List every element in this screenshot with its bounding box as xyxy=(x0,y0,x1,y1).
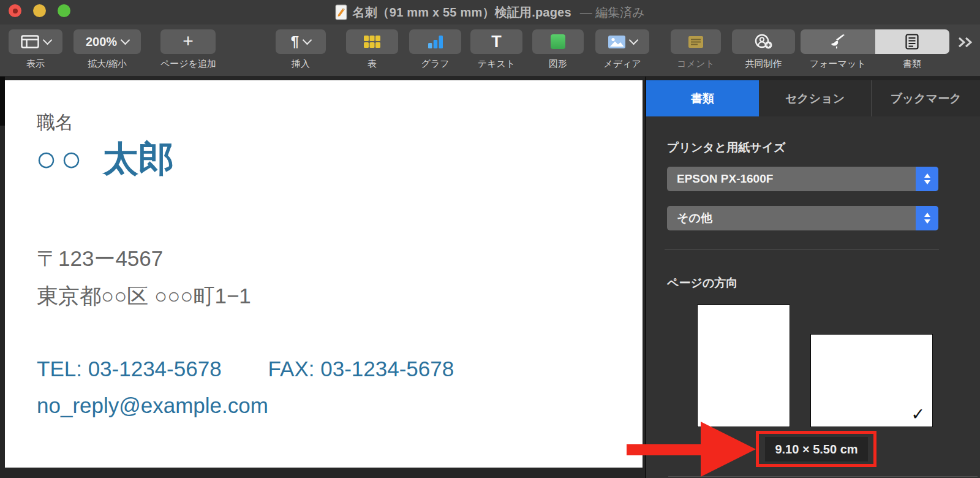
selected-check-icon: ✓ xyxy=(911,404,925,424)
add-page-label: ページを追加 xyxy=(160,58,216,70)
chevron-down-icon xyxy=(303,36,312,45)
landscape-orientation-option[interactable]: ✓ xyxy=(810,334,933,427)
toolbar-item-inspector-segments: フォーマット 書類 xyxy=(801,29,949,70)
toolbar-item-media: メディア xyxy=(595,29,649,70)
close-button[interactable] xyxy=(9,4,21,17)
tel-text: TEL: 03-1234-5678 xyxy=(37,357,222,381)
minimize-button[interactable] xyxy=(33,4,46,17)
add-page-button[interactable]: + xyxy=(160,29,216,54)
printer-select[interactable]: EPSON PX-1600F xyxy=(667,167,938,191)
page-postal-code-text[interactable]: 〒123ー4567 xyxy=(37,247,163,271)
document-inspector-panel: 書類 セクション ブックマーク プリンタと用紙サイズ EPSON PX-1600… xyxy=(645,77,980,478)
media-photo-icon xyxy=(608,36,625,48)
chevron-down-icon xyxy=(42,36,52,45)
select-stepper-icon xyxy=(916,167,938,191)
zoom-level-button[interactable]: 200% xyxy=(74,29,141,54)
toolbar-item-comment: コメント xyxy=(671,29,721,70)
select-stepper-icon xyxy=(916,206,938,230)
document-panel-button[interactable] xyxy=(875,29,950,54)
toolbar-item-table: 表 xyxy=(346,29,398,70)
document-panel-icon xyxy=(905,34,919,50)
zoom-window-button[interactable] xyxy=(58,4,70,17)
printer-select-value: EPSON PX-1600F xyxy=(677,172,916,186)
toolbar-item-collaborate: 共同制作 xyxy=(732,29,795,70)
page-tel-fax-text[interactable]: TEL: 03-1234-5678FAX: 03-1234-5678 xyxy=(37,357,454,381)
name-main-text: 太郎 xyxy=(103,138,174,178)
chevron-down-icon xyxy=(628,36,638,45)
paper-size-select[interactable]: その他 xyxy=(667,206,938,230)
view-layout-icon xyxy=(21,35,39,48)
format-button[interactable] xyxy=(801,29,875,54)
toolbar-item-chart: グラフ xyxy=(409,29,461,70)
page-size-label: 9.10 × 5.50 cm xyxy=(765,437,868,461)
double-chevron-right-icon xyxy=(957,37,974,48)
plus-icon: + xyxy=(183,32,194,50)
toolbar-item-insert: ¶ 挿入 xyxy=(276,29,326,70)
chart-label: グラフ xyxy=(409,58,461,70)
inspector-tabs: 書類 セクション ブックマーク xyxy=(646,80,980,116)
pilcrow-icon: ¶ xyxy=(291,34,299,49)
window-edited-status: — 編集済み xyxy=(580,4,645,21)
insert-label: 挿入 xyxy=(276,58,326,70)
media-button[interactable] xyxy=(595,29,649,54)
media-label: メディア xyxy=(595,58,649,70)
chart-button[interactable] xyxy=(409,29,461,54)
shape-label: 図形 xyxy=(532,58,584,70)
main-area: 職名 ○○太郎 〒123ー4567 東京都○○区 ○○○町1−1 TEL: 03… xyxy=(0,77,980,478)
toolbar-item-text: T テキスト xyxy=(470,29,522,70)
window-title: 名刺（91 mm x 55 mm）検証用.pages xyxy=(352,4,571,21)
collaborate-person-icon xyxy=(755,34,773,50)
portrait-orientation-option[interactable] xyxy=(697,305,790,427)
tab-document[interactable]: 書類 xyxy=(646,80,759,116)
annotation-red-arrow-shaft xyxy=(627,444,701,455)
insert-button[interactable]: ¶ xyxy=(276,29,326,54)
table-label: 表 xyxy=(346,58,398,70)
tab-section[interactable]: セクション xyxy=(759,80,872,116)
shape-square-icon xyxy=(551,34,565,49)
tab-bookmark[interactable]: ブックマーク xyxy=(872,80,980,116)
toolbar: 表示 200% 拡大/縮小 + ページを追加 ¶ 挿入 xyxy=(0,25,980,77)
table-icon xyxy=(364,36,380,48)
shape-button[interactable] xyxy=(532,29,584,54)
fax-text: FAX: 03-1234-5678 xyxy=(268,357,454,381)
page-job-title-text[interactable]: 職名 xyxy=(37,112,74,132)
text-t-icon: T xyxy=(491,34,502,50)
page-email-text[interactable]: no_reply@example.com xyxy=(37,394,268,418)
section-divider xyxy=(665,249,939,250)
comment-button[interactable] xyxy=(671,29,721,54)
format-label: フォーマット xyxy=(801,58,875,70)
document-file-icon xyxy=(335,4,347,20)
annotation-red-arrow-head xyxy=(701,422,756,477)
toolbar-item-shape: 図形 xyxy=(532,29,584,70)
document-canvas[interactable]: 職名 ○○太郎 〒123ー4567 東京都○○区 ○○○町1−1 TEL: 03… xyxy=(0,77,645,478)
text-button[interactable]: T xyxy=(470,29,522,54)
comment-label: コメント xyxy=(671,58,721,70)
collaborate-button[interactable] xyxy=(732,29,795,54)
printer-section-label: プリンタと用紙サイズ xyxy=(667,140,786,156)
zoom-label: 拡大/縮小 xyxy=(74,58,141,70)
traffic-lights xyxy=(9,4,70,17)
comment-note-icon xyxy=(688,36,703,48)
canvas-corner-notch xyxy=(0,77,5,126)
toolbar-overflow-button[interactable] xyxy=(957,37,974,48)
zoom-value: 200% xyxy=(86,35,117,49)
chevron-down-icon xyxy=(121,36,130,45)
toolbar-item-add-page: + ページを追加 xyxy=(160,29,216,70)
window-titlebar: 名刺（91 mm x 55 mm）検証用.pages — 編集済み xyxy=(0,0,980,25)
name-placeholder-circles: ○○ xyxy=(36,138,86,178)
document-panel-label: 書類 xyxy=(875,58,950,70)
collaborate-label: 共同制作 xyxy=(732,58,795,70)
format-brush-icon xyxy=(830,34,846,49)
text-label: テキスト xyxy=(470,58,522,70)
toolbar-item-zoom: 200% 拡大/縮小 xyxy=(74,29,141,70)
view-label: 表示 xyxy=(9,58,62,70)
orientation-section-label: ページの方向 xyxy=(667,275,737,291)
document-page[interactable]: 職名 ○○太郎 〒123ー4567 東京都○○区 ○○○町1−1 TEL: 03… xyxy=(5,80,643,468)
bar-chart-icon xyxy=(428,35,443,48)
table-button[interactable] xyxy=(346,29,398,54)
paper-size-select-value: その他 xyxy=(677,210,916,226)
view-button[interactable] xyxy=(9,29,62,54)
page-address-text[interactable]: 東京都○○区 ○○○町1−1 xyxy=(37,284,251,308)
toolbar-item-view: 表示 xyxy=(9,29,62,70)
page-name-text[interactable]: ○○太郎 xyxy=(36,139,174,178)
